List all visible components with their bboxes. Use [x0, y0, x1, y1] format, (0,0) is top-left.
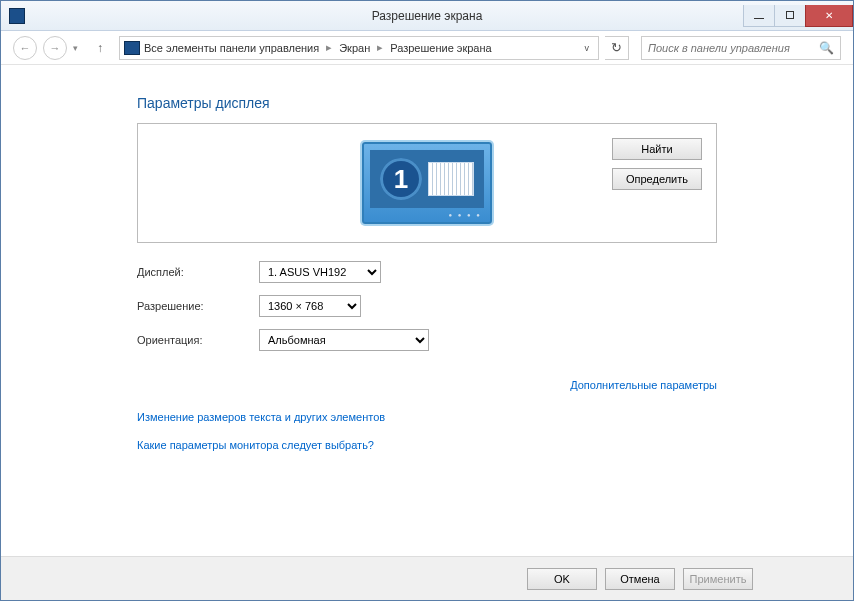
display-label: Дисплей:: [137, 266, 259, 278]
address-bar[interactable]: Все элементы панели управления ▸ Экран ▸…: [119, 36, 599, 60]
detect-button[interactable]: Найти: [612, 138, 702, 160]
window: Разрешение экрана ✕ ← → ▾ ↑ Все элементы…: [0, 0, 854, 601]
back-button[interactable]: ←: [13, 36, 37, 60]
forward-button[interactable]: →: [43, 36, 67, 60]
titlebar: Разрешение экрана ✕: [1, 1, 853, 31]
text-size-link[interactable]: Изменение размеров текста и других элеме…: [137, 411, 385, 423]
monitor-grid-icon: [428, 162, 474, 196]
footer: OK Отмена Применить: [1, 556, 853, 600]
content-area: Параметры дисплея 1 ● ● ● ● Найти Опреде…: [1, 65, 853, 556]
advanced-settings-link[interactable]: Дополнительные параметры: [570, 379, 717, 391]
control-panel-icon: [124, 41, 140, 55]
orientation-select[interactable]: Альбомная: [259, 329, 429, 351]
window-controls: ✕: [743, 5, 853, 27]
help-link[interactable]: Какие параметры монитора следует выбрать…: [137, 439, 374, 451]
address-dropdown[interactable]: v: [580, 43, 595, 53]
breadcrumb-item[interactable]: Экран: [339, 42, 370, 54]
resolution-select[interactable]: 1360 × 768: [259, 295, 361, 317]
monitor-dots: ● ● ● ●: [449, 212, 483, 218]
search-box[interactable]: 🔍: [641, 36, 841, 60]
monitor-number: 1: [380, 158, 422, 200]
ok-button[interactable]: OK: [527, 568, 597, 590]
search-icon: 🔍: [819, 41, 834, 55]
maximize-button[interactable]: [774, 5, 806, 27]
display-preview: 1 ● ● ● ● Найти Определить: [137, 123, 717, 243]
identify-button[interactable]: Определить: [612, 168, 702, 190]
minimize-button[interactable]: [743, 5, 775, 27]
up-button[interactable]: ↑: [91, 39, 109, 57]
breadcrumb-item[interactable]: Разрешение экрана: [390, 42, 491, 54]
chevron-right-icon: ▸: [323, 41, 335, 54]
close-button[interactable]: ✕: [805, 5, 853, 27]
monitor-thumbnail[interactable]: 1 ● ● ● ●: [362, 142, 492, 224]
breadcrumb-item[interactable]: Все элементы панели управления: [144, 42, 319, 54]
navbar: ← → ▾ ↑ Все элементы панели управления ▸…: [1, 31, 853, 65]
refresh-button[interactable]: ↻: [605, 36, 629, 60]
page-heading: Параметры дисплея: [137, 95, 717, 111]
resolution-label: Разрешение:: [137, 300, 259, 312]
chevron-right-icon: ▸: [374, 41, 386, 54]
orientation-label: Ориентация:: [137, 334, 259, 346]
cancel-button[interactable]: Отмена: [605, 568, 675, 590]
app-icon: [9, 8, 25, 24]
apply-button[interactable]: Применить: [683, 568, 753, 590]
history-dropdown[interactable]: ▾: [73, 43, 81, 53]
display-select[interactable]: 1. ASUS VH192: [259, 261, 381, 283]
window-title: Разрешение экрана: [1, 9, 853, 23]
search-input[interactable]: [648, 42, 819, 54]
